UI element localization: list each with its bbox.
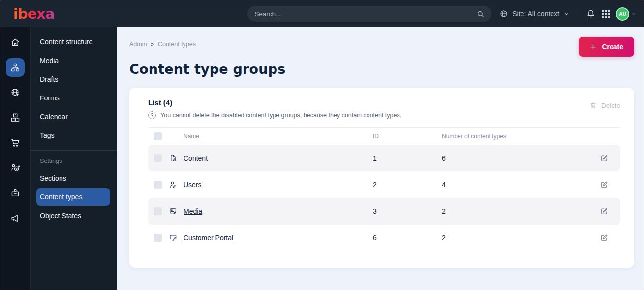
column-header-count: Number of content types <box>442 133 600 140</box>
sidebar-item-label: Media <box>40 57 59 64</box>
sidebar-item-calendar[interactable]: Calendar <box>36 108 110 126</box>
group-count: 2 <box>442 207 600 215</box>
edit-button[interactable] <box>600 233 614 242</box>
sidebar-item-label: Sections <box>40 174 66 182</box>
create-button[interactable]: Create <box>579 37 634 57</box>
group-id: 2 <box>373 181 442 189</box>
sidebar-item-tags[interactable]: Tags <box>36 127 110 144</box>
site-globe-icon <box>10 87 21 98</box>
table-row: Customer Portal 6 2 <box>148 225 620 251</box>
topbar-actions: Site: All context <box>499 7 644 21</box>
group-link[interactable]: Customer Portal <box>184 234 233 242</box>
group-link[interactable]: Users <box>184 181 202 189</box>
table-row: Users 2 4 <box>148 171 620 198</box>
app-switcher-button[interactable] <box>602 10 610 18</box>
edit-button[interactable] <box>600 180 614 189</box>
search-icon <box>476 10 485 18</box>
sidebar-item-label: Forms <box>40 94 60 102</box>
group-id: 6 <box>373 234 442 242</box>
content-file-icon <box>169 154 184 162</box>
sidebar-item-object-states[interactable]: Object States <box>36 207 110 225</box>
column-header-id: ID <box>373 133 442 140</box>
rail-item-commerce[interactable] <box>6 133 25 152</box>
sidebar-item-media[interactable]: Media <box>36 52 110 69</box>
breadcrumb: Admin > Content types <box>129 37 196 48</box>
global-search[interactable] <box>247 6 491 22</box>
page-title: Content type groups <box>129 62 634 77</box>
breadcrumb-separator: > <box>151 41 153 47</box>
ibexa-logo[interactable]: ibexa <box>13 5 55 22</box>
sidebar-item-label: Drafts <box>40 75 58 83</box>
top-bar: ibexa Site: All context <box>0 0 644 27</box>
column-header-name: Name <box>184 133 373 140</box>
icon-rail <box>0 27 30 290</box>
avatar[interactable]: AU <box>616 7 629 21</box>
trash-icon <box>589 101 597 109</box>
sidebar-menu: Content structure Media Drafts Forms Cal… <box>30 27 117 290</box>
rail-item-campaign[interactable] <box>6 209 25 227</box>
users-person-icon <box>169 180 184 189</box>
row-checkbox[interactable] <box>154 154 162 162</box>
group-id: 1 <box>373 154 442 162</box>
globe-icon <box>499 9 508 18</box>
rail-item-dashboard[interactable] <box>6 33 25 52</box>
avatar-chevron-icon <box>631 11 637 17</box>
table-header-row: Name ID Number of content types <box>148 127 620 145</box>
sidebar-item-content-structure[interactable]: Content structure <box>36 33 110 51</box>
sidebar-item-label: Content types <box>40 193 82 201</box>
topbar-divider <box>578 8 578 19</box>
edit-pencil-icon <box>600 207 609 216</box>
edit-button[interactable] <box>600 154 614 162</box>
help-icon: ? <box>148 111 156 119</box>
content-type-groups-table: Name ID Number of content types <box>148 127 620 251</box>
edit-pencil-icon <box>600 154 609 162</box>
breadcrumb-current: Content types <box>158 41 196 48</box>
sidebar-item-drafts[interactable]: Drafts <box>36 70 110 88</box>
breadcrumb-admin[interactable]: Admin <box>129 41 147 48</box>
main-content: Admin > Content types Create Content typ… <box>117 27 644 290</box>
chevron-down-icon <box>563 11 570 17</box>
user-menu[interactable]: AU <box>616 7 637 21</box>
logo-area: ibexa <box>0 5 117 22</box>
help-text: You cannot delete the disabled content t… <box>160 112 401 119</box>
row-checkbox[interactable] <box>154 207 162 215</box>
edit-pencil-icon <box>600 180 609 189</box>
settings-section-label: Settings <box>31 154 117 168</box>
edit-button[interactable] <box>600 207 614 216</box>
notifications-button[interactable] <box>586 9 596 19</box>
bell-icon <box>586 9 596 19</box>
search-input[interactable] <box>254 10 476 18</box>
rail-item-content[interactable] <box>6 58 25 77</box>
body: Content structure Media Drafts Forms Cal… <box>0 27 644 290</box>
group-count: 2 <box>442 234 600 242</box>
plus-icon <box>589 43 597 51</box>
home-icon <box>10 37 21 48</box>
group-link[interactable]: Media <box>184 207 202 215</box>
list-title: List (4) <box>148 98 401 107</box>
row-checkbox[interactable] <box>154 234 162 242</box>
content-type-groups-panel: List (4) ? You cannot delete the disable… <box>129 88 634 268</box>
sidebar-item-forms[interactable]: Forms <box>36 89 110 107</box>
help-row: ? You cannot delete the disabled content… <box>148 111 401 119</box>
group-id: 3 <box>373 207 442 215</box>
content-tree-icon <box>10 62 21 73</box>
sidebar-item-content-types[interactable]: Content types <box>36 188 110 206</box>
rail-item-site[interactable] <box>6 83 25 102</box>
sidebar-item-label: Content structure <box>40 38 92 46</box>
sidebar-item-sections[interactable]: Sections <box>36 169 110 187</box>
rail-item-personalization[interactable] <box>6 159 25 177</box>
products-boxes-icon <box>10 112 21 123</box>
portal-screen-icon <box>169 233 184 242</box>
cart-icon <box>10 137 21 148</box>
media-image-icon <box>169 207 184 216</box>
site-context-dropdown[interactable]: Site: All context <box>499 9 570 18</box>
group-count: 6 <box>442 154 600 162</box>
delete-button[interactable]: Delete <box>589 98 620 109</box>
rail-item-products[interactable] <box>6 108 25 127</box>
group-link[interactable]: Content <box>184 154 208 162</box>
select-all-checkbox[interactable] <box>154 132 162 140</box>
row-checkbox[interactable] <box>154 181 162 189</box>
sidebar-item-label: Tags <box>40 131 55 139</box>
personalization-target-icon <box>10 162 21 173</box>
rail-item-activity[interactable] <box>6 184 25 202</box>
